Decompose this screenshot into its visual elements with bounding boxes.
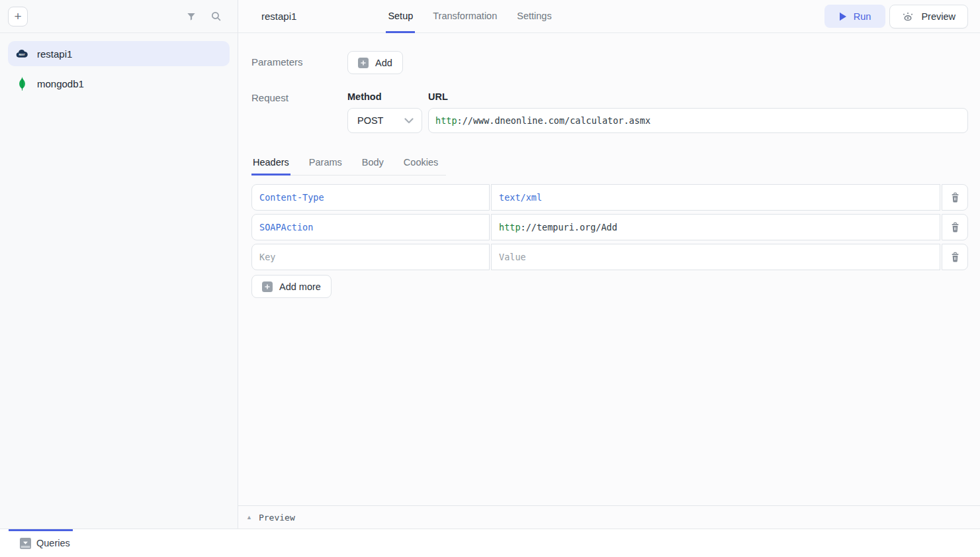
- rest-cloud-icon: REST: [16, 48, 28, 60]
- queries-pane-button[interactable]: Queries: [20, 538, 70, 549]
- header-key-text: Content-Type: [259, 192, 324, 203]
- parameters-label: Parameters: [251, 51, 347, 68]
- header-value-rest-text: ://tempuri.org/Add: [521, 222, 617, 232]
- preview-pane-label: Preview: [259, 513, 295, 523]
- add-more-wrap: Add more: [251, 275, 968, 298]
- setup-form: Parameters Add Request Method POST: [238, 33, 980, 505]
- tab-cookies[interactable]: Cookies: [402, 157, 439, 176]
- method-value: POST: [357, 115, 383, 126]
- tab-settings[interactable]: Settings: [515, 0, 553, 33]
- add-parameter-button[interactable]: Add: [347, 51, 403, 74]
- filter-icon[interactable]: [185, 11, 197, 23]
- header-value-text: text/xml: [499, 192, 542, 203]
- plus-square-icon: [262, 281, 273, 292]
- header-key-text: SOAPAction: [259, 222, 313, 232]
- delete-row-button[interactable]: [942, 184, 968, 211]
- header-row-2: SOAPAction http://tempuri.org/Add: [251, 214, 968, 240]
- trash-icon: [949, 191, 961, 203]
- queries-pane-label: Queries: [36, 538, 70, 548]
- body-row: + REST restapi1: [0, 0, 980, 529]
- add-parameter-label: Add: [375, 58, 392, 68]
- active-pane-indicator: [9, 529, 73, 531]
- header-row-3: [251, 244, 968, 270]
- parameters-row: Parameters Add: [251, 51, 968, 74]
- queries-pane-icon: [20, 538, 31, 549]
- tab-setup[interactable]: Setup: [386, 0, 415, 33]
- run-button-label: Run: [854, 11, 871, 22]
- sidebar-item-restapi1[interactable]: REST restapi1: [8, 41, 230, 66]
- query-list: REST restapi1 mongodb1: [0, 33, 238, 109]
- header-value-scheme-text: http: [499, 222, 521, 232]
- request-subtabs: Headers Params Body Cookies: [251, 157, 446, 176]
- bottom-bar: Queries: [0, 529, 980, 557]
- page-title: restapi1: [261, 11, 296, 22]
- sidebar-toolbar: +: [0, 0, 238, 33]
- app-window: + REST restapi1: [0, 0, 980, 557]
- main-panel: restapi1 Setup Transformation Settings R…: [238, 0, 980, 529]
- header-actions: Run Preview: [824, 0, 968, 32]
- mongodb-leaf-icon: [16, 77, 28, 89]
- method-label: Method: [347, 91, 422, 102]
- tab-headers[interactable]: Headers: [251, 157, 290, 176]
- trash-icon: [949, 221, 961, 233]
- add-more-button[interactable]: Add more: [251, 275, 332, 298]
- header-value-input[interactable]: [491, 244, 940, 270]
- header-row-1: Content-Type text/xml: [251, 184, 968, 211]
- header-key-input[interactable]: SOAPAction: [251, 214, 490, 240]
- header-tabs: Setup Transformation Settings: [386, 0, 553, 32]
- sidebar-toolbar-icons: [185, 11, 222, 23]
- collapse-up-icon: ▲: [246, 514, 252, 521]
- delete-row-button[interactable]: [942, 214, 968, 240]
- eye-icon: [902, 11, 914, 22]
- add-more-label: Add more: [279, 281, 321, 292]
- preview-button-label: Preview: [921, 11, 956, 22]
- header-value-input[interactable]: http://tempuri.org/Add: [491, 214, 940, 240]
- sidebar-item-label: mongodb1: [37, 78, 84, 89]
- preview-button[interactable]: Preview: [889, 5, 968, 28]
- new-query-button[interactable]: +: [8, 7, 28, 26]
- method-select[interactable]: POST: [347, 108, 422, 133]
- method-field: Method POST: [347, 91, 422, 133]
- preview-pane-toggle[interactable]: ▲ Preview: [238, 505, 980, 529]
- trash-icon: [949, 251, 961, 263]
- tab-transformation[interactable]: Transformation: [431, 0, 499, 33]
- url-rest-text: ://www.dneonline.com/calculator.asmx: [457, 115, 651, 126]
- delete-row-button[interactable]: [942, 244, 968, 270]
- request-label: Request: [251, 91, 347, 103]
- tab-params[interactable]: Params: [308, 157, 343, 176]
- header-key-input[interactable]: Content-Type: [251, 184, 490, 211]
- main-header: restapi1 Setup Transformation Settings R…: [238, 0, 980, 33]
- header-value-input[interactable]: text/xml: [491, 184, 940, 211]
- sidebar: + REST restapi1: [0, 0, 238, 529]
- url-scheme-text: http: [435, 115, 457, 126]
- key-input[interactable]: [259, 244, 482, 270]
- request-row: Request Method POST URL http:: [251, 91, 968, 133]
- header-key-input[interactable]: [251, 244, 490, 270]
- url-input[interactable]: http://www.dneonline.com/calculator.asmx: [428, 108, 968, 133]
- value-input[interactable]: [499, 244, 932, 270]
- tab-body[interactable]: Body: [361, 157, 385, 176]
- plus-square-icon: [358, 58, 369, 68]
- play-icon: [839, 12, 847, 21]
- svg-text:REST: REST: [19, 54, 25, 56]
- sidebar-item-label: restapi1: [37, 48, 72, 60]
- headers-table: Content-Type text/xml SOA: [251, 184, 968, 270]
- sidebar-item-mongodb1[interactable]: mongodb1: [8, 71, 230, 96]
- run-button[interactable]: Run: [824, 5, 886, 28]
- chevron-down-icon: [404, 116, 414, 125]
- url-label: URL: [428, 91, 968, 102]
- url-field: URL http://www.dneonline.com/calculator.…: [428, 91, 968, 133]
- search-icon[interactable]: [210, 11, 222, 23]
